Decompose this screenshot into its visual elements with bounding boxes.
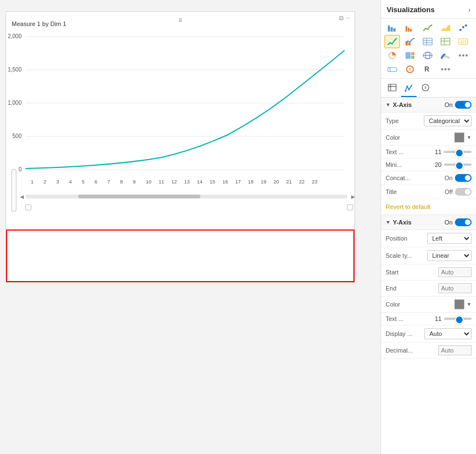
y-axis-display-select[interactable]: Auto None Thousands Millions [424, 328, 472, 339]
viz-custom2[interactable]: R [402, 63, 418, 76]
svg-text:◀: ◀ [20, 194, 24, 200]
x-axis-color-control: ▼ [416, 132, 472, 142]
y-axis-text-slider[interactable] [444, 318, 472, 320]
panel-title: Visualizations [387, 6, 434, 14]
svg-text:500: 500 [12, 133, 22, 139]
viz-line-active[interactable] [384, 35, 400, 48]
svg-text:1: 1 [31, 179, 33, 185]
svg-rect-78 [388, 84, 396, 91]
x-axis-concat-toggle[interactable] [455, 174, 472, 182]
svg-text:1,000: 1,000 [8, 100, 22, 106]
x-axis-toggle[interactable] [455, 101, 472, 109]
chart-menu-icon[interactable]: ≡ [178, 16, 182, 24]
tab-format[interactable] [401, 81, 417, 97]
viz-scatter[interactable] [455, 21, 471, 34]
viz-more[interactable] [455, 49, 471, 62]
viz-table[interactable] [420, 35, 436, 48]
x-axis-mini-row: Mini... [381, 159, 476, 171]
svg-point-69 [465, 54, 468, 57]
svg-text:1,500: 1,500 [8, 67, 22, 73]
expand-icon[interactable]: ⊡ [339, 15, 343, 21]
y-axis-text-row: Text ... [381, 313, 476, 325]
svg-text:▶: ▶ [351, 194, 355, 200]
y-axis-position-row: Position Left Right [381, 230, 476, 247]
viz-more2[interactable] [438, 63, 453, 76]
viz-bar-grouped[interactable] [402, 21, 418, 34]
x-axis-color-box[interactable] [454, 132, 464, 142]
viz-matrix[interactable] [438, 35, 453, 48]
svg-rect-44 [408, 28, 409, 32]
svg-rect-41 [391, 27, 393, 32]
svg-text:0: 0 [18, 166, 22, 172]
more-options-icon[interactable]: ··· [346, 15, 350, 21]
svg-text:20: 20 [274, 179, 279, 185]
viz-custom3[interactable]: R [420, 63, 436, 76]
y-axis-toggle-container[interactable]: On [444, 218, 472, 226]
x-axis-mini-input[interactable] [427, 161, 442, 168]
viz-combo[interactable] [402, 35, 418, 48]
x-axis-text-input[interactable] [427, 149, 442, 155]
tab-analytics[interactable] [418, 81, 433, 97]
svg-text:7: 7 [107, 179, 110, 185]
y-axis-label: Y-Axis [393, 219, 412, 226]
y-axis-decimal-input[interactable] [438, 345, 472, 355]
y-axis-start-input[interactable] [438, 267, 472, 277]
x-axis-concat-label: Concat... [386, 175, 416, 181]
x-axis-title-toggle[interactable] [455, 188, 472, 196]
svg-text:18: 18 [248, 179, 254, 185]
svg-rect-62 [411, 52, 414, 55]
svg-rect-43 [406, 26, 407, 32]
y-axis-display-row: Display ... Auto None Thousands Millions [381, 325, 476, 343]
x-axis-highlight-box [6, 229, 355, 282]
chart-container: ≡ Measure 1 by Dim 1 ⊡ ··· 2,000 1,500 1… [6, 11, 355, 283]
x-axis-concat-row: Concat... On [381, 171, 476, 185]
chart-toolbar: ⊡ ··· [339, 15, 350, 21]
svg-point-67 [459, 54, 461, 57]
y-axis-color-control: ▼ [416, 299, 472, 309]
svg-text:11: 11 [159, 179, 164, 185]
y-axis-scale-control: Linear Log [416, 250, 472, 261]
y-axis-color-box[interactable] [454, 299, 464, 309]
x-axis-text-label: Text ... [386, 149, 416, 155]
y-axis-end-input[interactable] [438, 283, 472, 293]
viz-gauge[interactable] [438, 49, 453, 62]
x-axis-section-header[interactable]: ▼ X-Axis On [381, 98, 476, 113]
panel-chevron[interactable]: › [468, 6, 470, 14]
y-axis-toggle[interactable] [455, 218, 472, 226]
viz-card[interactable]: 123 [455, 35, 471, 48]
y-axis-start-label: Start [386, 269, 416, 276]
viz-treemap[interactable] [402, 49, 418, 62]
y-axis-position-select[interactable]: Left Right [427, 233, 472, 244]
viz-bar-stacked[interactable] [384, 21, 400, 34]
y-axis-text-control [416, 315, 472, 322]
x-axis-color-chevron[interactable]: ▼ [467, 135, 472, 140]
x-axis-mini-slider[interactable] [444, 164, 472, 166]
x-axis-title-row: Title Off [381, 185, 476, 199]
x-axis-title-value: Off [445, 188, 453, 195]
viz-area[interactable] [438, 21, 453, 34]
viz-pie[interactable] [384, 49, 400, 62]
viz-line[interactable] [420, 21, 436, 34]
tab-fields[interactable] [384, 81, 400, 97]
svg-rect-50 [408, 43, 411, 45]
x-axis-text-slider[interactable] [444, 151, 472, 153]
viz-custom1[interactable] [384, 63, 400, 76]
y-axis-scale-select[interactable]: Linear Log [427, 250, 472, 261]
y-axis-text-input[interactable] [427, 315, 442, 322]
revert-button[interactable]: Revert to default [381, 201, 476, 212]
x-axis-toggle-container[interactable]: On [444, 101, 472, 109]
y-axis-color-chevron[interactable]: ▼ [467, 302, 472, 307]
viz-map[interactable] [420, 49, 436, 62]
svg-text:14: 14 [197, 179, 202, 185]
y-axis-start-control [416, 267, 472, 277]
svg-point-76 [444, 68, 447, 70]
x-axis-type-select[interactable]: Categorical Continuous [424, 115, 472, 126]
x-axis-concat-value: On [444, 175, 453, 181]
y-axis-position-label: Position [386, 235, 416, 242]
y-axis-decimal-control [416, 345, 472, 355]
x-axis-type-row: Type Categorical Continuous [381, 113, 476, 130]
y-axis-section-header[interactable]: ▼ Y-Axis On [381, 215, 476, 230]
y-axis-display-control: Auto None Thousands Millions [416, 328, 472, 339]
svg-rect-42 [393, 28, 396, 32]
panel-header: Visualizations › [381, 0, 476, 19]
